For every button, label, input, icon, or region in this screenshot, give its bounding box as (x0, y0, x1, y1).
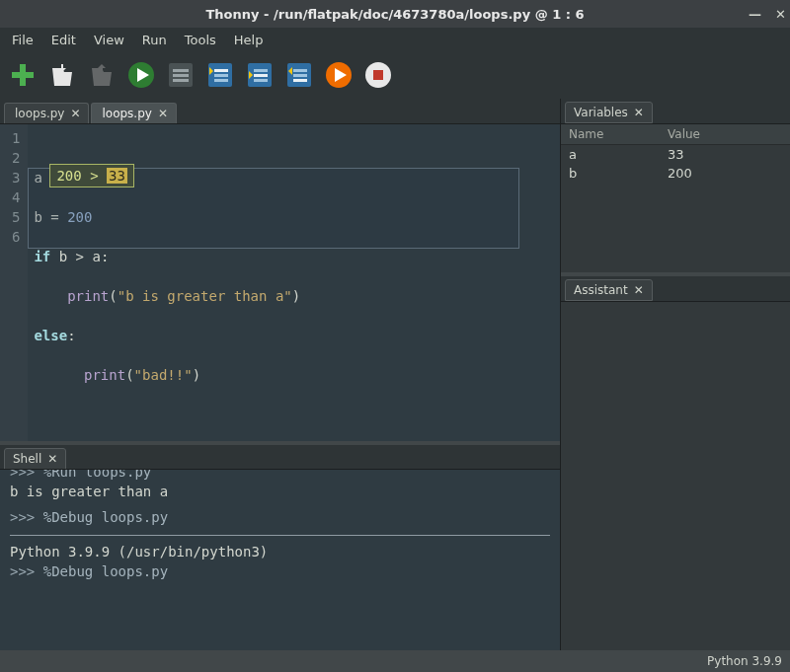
line-number: 6 (12, 227, 20, 247)
variables-tab[interactable]: Variables ✕ (565, 102, 653, 123)
plus-icon (10, 62, 36, 88)
step-over-button[interactable] (205, 60, 235, 90)
close-icon[interactable]: ✕ (158, 107, 168, 120)
step-out-button[interactable] (284, 60, 314, 90)
play-icon (127, 61, 155, 89)
svg-rect-10 (173, 74, 189, 77)
statusbar: Python 3.9.9 (0, 650, 790, 672)
line-number: 1 (12, 128, 20, 148)
open-file-button[interactable] (47, 60, 77, 90)
open-icon (50, 62, 74, 88)
line-number: 3 (12, 168, 20, 187)
svg-rect-23 (293, 69, 307, 72)
variables-col-value: Value (668, 127, 700, 141)
svg-rect-19 (254, 74, 268, 77)
code-editor[interactable]: 1 2 3 4 5 6 a = 33 b = 200 if b > a: pri… (0, 124, 560, 441)
resume-icon (325, 61, 353, 89)
close-icon[interactable]: ✕ (634, 283, 644, 297)
close-icon[interactable]: ✕ (634, 106, 644, 119)
assistant-title: Assistant (574, 283, 628, 297)
svg-rect-13 (214, 69, 228, 72)
menu-tools[interactable]: Tools (177, 31, 224, 49)
shell-pane: Shell ✕ >>> %Run loops.py b is greater t… (0, 441, 560, 650)
line-number: 5 (12, 207, 20, 227)
save-file-button[interactable] (87, 60, 117, 90)
shell[interactable]: >>> %Run loops.py b is greater than a >>… (0, 469, 560, 650)
code-area[interactable]: a = 33 b = 200 if b > a: print("b is gre… (28, 124, 560, 441)
variables-col-name: Name (569, 127, 668, 141)
assistant-pane: Assistant ✕ (561, 276, 790, 650)
shell-tab[interactable]: Shell ✕ (4, 448, 66, 470)
menu-run[interactable]: Run (134, 31, 175, 49)
editor-tab-label: loops.py (102, 107, 151, 120)
svg-rect-25 (293, 79, 307, 82)
stop-icon (364, 61, 392, 89)
editor-tab[interactable]: loops.py ✕ (4, 103, 89, 123)
debug-eval-tooltip: 200 > 33 (49, 164, 133, 187)
line-number: 2 (12, 148, 20, 168)
step-into-icon (246, 61, 274, 89)
menu-file[interactable]: File (4, 31, 41, 49)
toolbar (0, 51, 790, 99)
editor-tab[interactable]: loops.py ✕ (91, 103, 176, 123)
svg-rect-30 (373, 70, 383, 80)
variables-pane: Variables ✕ Name Value a 33 b 200 (561, 99, 790, 276)
right-column: Variables ✕ Name Value a 33 b 200 (561, 99, 790, 650)
menubar: File Edit View Run Tools Help (0, 28, 790, 51)
window-title: Thonny - /run/flatpak/doc/4673780a/loops… (206, 7, 585, 22)
svg-rect-20 (254, 79, 268, 82)
save-icon (90, 62, 114, 88)
minimize-button[interactable]: — (749, 7, 761, 22)
variables-row[interactable]: b 200 (561, 164, 790, 183)
menu-help[interactable]: Help (226, 31, 272, 49)
status-python-version[interactable]: Python 3.9.9 (707, 654, 782, 668)
shell-title: Shell (13, 452, 41, 466)
shell-separator (10, 535, 550, 536)
variable-value: 33 (668, 147, 684, 162)
line-gutter: 1 2 3 4 5 6 (0, 124, 28, 441)
step-over-icon (206, 61, 234, 89)
shell-output: b is greater than a (10, 482, 550, 501)
variables-row[interactable]: a 33 (561, 145, 790, 164)
step-into-button[interactable] (245, 60, 275, 90)
svg-rect-24 (293, 74, 307, 77)
run-button[interactable] (126, 60, 156, 90)
shell-interpreter: Python 3.9.9 (/usr/bin/python3) (10, 542, 550, 561)
step-out-icon (285, 61, 313, 89)
close-icon[interactable]: ✕ (70, 107, 80, 120)
line-number: 4 (12, 187, 20, 207)
svg-rect-15 (214, 79, 228, 82)
variables-header: Name Value (561, 124, 790, 145)
variable-value: 200 (668, 166, 692, 181)
variables-table[interactable]: Name Value a 33 b 200 (561, 123, 790, 272)
titlebar: Thonny - /run/flatpak/doc/4673780a/loops… (0, 0, 790, 28)
svg-rect-18 (254, 69, 268, 72)
close-icon[interactable]: ✕ (47, 452, 57, 466)
main-area: loops.py ✕ loops.py ✕ 1 2 3 4 5 6 a = 33… (0, 99, 790, 650)
assistant-tab[interactable]: Assistant ✕ (565, 279, 653, 301)
variable-name: a (569, 147, 668, 162)
close-button[interactable]: ✕ (775, 7, 786, 22)
svg-rect-1 (12, 72, 34, 78)
menu-view[interactable]: View (86, 31, 132, 49)
editor-tab-label: loops.py (15, 107, 64, 120)
variable-name: b (569, 166, 668, 181)
left-column: loops.py ✕ loops.py ✕ 1 2 3 4 5 6 a = 33… (0, 99, 561, 650)
variables-title: Variables (574, 106, 628, 119)
resume-button[interactable] (324, 60, 354, 90)
assistant-body[interactable] (561, 301, 790, 650)
menu-edit[interactable]: Edit (43, 31, 84, 49)
svg-rect-9 (173, 69, 189, 72)
debug-button[interactable] (166, 60, 196, 90)
bug-icon (167, 61, 195, 89)
window-controls: — ✕ (749, 7, 786, 22)
svg-rect-14 (214, 74, 228, 77)
new-file-button[interactable] (8, 60, 38, 90)
svg-rect-11 (173, 79, 189, 82)
stop-button[interactable] (363, 60, 393, 90)
editor-tab-strip: loops.py ✕ loops.py ✕ (0, 99, 560, 124)
